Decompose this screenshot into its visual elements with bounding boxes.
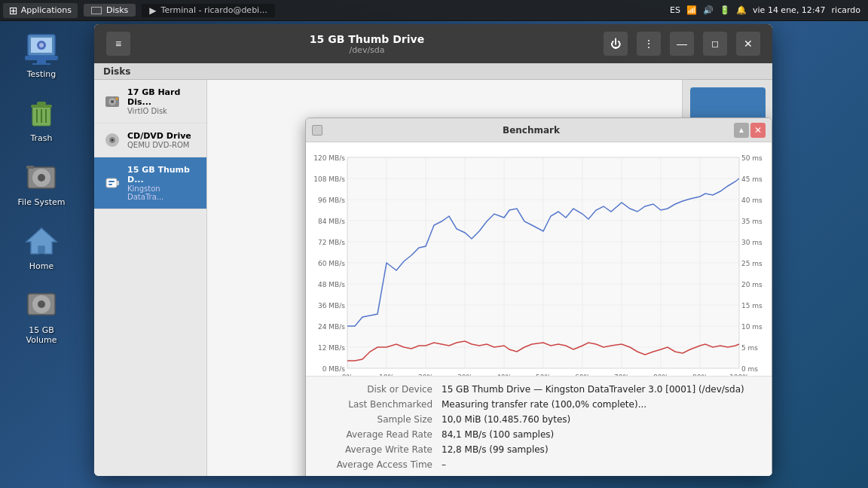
harddisk-sub: VirtIO Disk	[127, 107, 197, 115]
cdrom-name: CD/DVD Drive	[127, 131, 191, 141]
cdrom-icon	[103, 131, 121, 149]
svg-point-24	[111, 100, 114, 103]
svg-rect-29	[106, 178, 117, 188]
last-bench-row: Last Benchmarked Measuring transfer rate…	[321, 399, 756, 410]
avg-write-label: Average Write Rate	[321, 444, 442, 455]
taskbar-disks-label: Disks	[106, 5, 128, 15]
taskbar-right: ES 📶 🔊 🔋 🔔 vie 14 ene, 12:47 ricardo	[670, 5, 868, 15]
disk-device-value: 15 GB Thumb Drive — Kingston DataTravele…	[442, 384, 744, 395]
avg-write-row: Average Write Rate 12,8 MB/s (99 samples…	[321, 444, 756, 455]
svg-text:20 ms: 20 ms	[741, 281, 763, 288]
sidebar-item-cdrom[interactable]: CD/DVD Drive QEMU DVD-ROM	[94, 124, 206, 157]
svg-text:60%: 60%	[575, 374, 590, 376]
filesystem-label: File System	[18, 197, 66, 207]
svg-point-28	[112, 139, 114, 142]
benchmark-title: Benchmark	[329, 125, 734, 136]
thumb-sub: Kingston DataTra...	[127, 185, 197, 201]
disks-more-button[interactable]: ⋮	[637, 32, 661, 56]
disk-device-label: Disk or Device	[321, 384, 442, 395]
home-icon	[23, 222, 60, 258]
disks-header: ≡ 15 GB Thumb Drive /dev/sda ⏻ ⋮ — ◻ ✕	[94, 24, 772, 63]
svg-text:30 ms: 30 ms	[741, 239, 763, 246]
avg-access-label: Average Access Time	[321, 459, 442, 470]
svg-rect-3	[37, 60, 46, 63]
app-menu-button[interactable]: ⊞ Applications	[3, 3, 78, 18]
desktop-icon-trash[interactable]: Trash	[15, 94, 68, 143]
svg-text:25 ms: 25 ms	[741, 260, 763, 267]
benchmark-close-x-button[interactable]: ✕	[750, 123, 766, 138]
svg-text:80%: 80%	[653, 374, 668, 376]
svg-text:0 MB/s: 0 MB/s	[322, 365, 346, 373]
disks-power-button[interactable]: ⏻	[604, 32, 628, 56]
svg-text:45 ms: 45 ms	[741, 175, 763, 183]
svg-text:100%: 100%	[729, 374, 749, 376]
sample-size-row: Sample Size 10,0 MiB (10.485.760 bytes)	[321, 414, 756, 425]
benchmark-info: Disk or Device 15 GB Thumb Drive — Kings…	[306, 377, 772, 476]
last-bench-value: Measuring transfer rate (100,0% complete…	[442, 399, 646, 410]
disks-header-title: 15 GB Thumb Drive /dev/sda	[139, 33, 594, 55]
desktop-icon-home[interactable]: Home	[15, 222, 68, 271]
desktop-icon-testing[interactable]: Testing	[15, 30, 68, 79]
svg-rect-32	[108, 184, 112, 185]
avg-write-value: 12,8 MB/s (99 samples)	[442, 444, 549, 455]
taskbar-disks-window[interactable]: Disks	[84, 4, 136, 17]
username: ricardo	[832, 5, 860, 15]
desktop-icon-filesystem[interactable]: File System	[15, 158, 68, 207]
taskbar-terminal-window[interactable]: ▶ Terminal - ricardo@debi...	[142, 4, 274, 17]
svg-rect-31	[108, 181, 115, 182]
svg-text:36 MB/s: 36 MB/s	[318, 302, 345, 310]
harddisk-name: 17 GB Hard Dis...	[127, 87, 197, 107]
disks-maximize-button[interactable]: ◻	[703, 32, 727, 56]
thumb-text: 15 GB Thumb D... Kingston DataTra...	[127, 165, 197, 201]
network-icon[interactable]: 📶	[686, 5, 697, 15]
disks-drive-subtitle: /dev/sda	[349, 45, 384, 55]
keyboard-layout: ES	[670, 5, 680, 15]
disks-body: 17 GB Hard Dis... VirtIO Disk CD/DVD Dri…	[94, 80, 772, 476]
disks-drive-title: 15 GB Thumb Drive	[310, 33, 424, 45]
filesystem-icon	[23, 158, 60, 194]
disks-menu-button[interactable]: ≡	[106, 32, 130, 56]
benchmark-chart: 120 MB/s 108 MB/s 96 MB/s 84 MB/s 72 MB/…	[313, 150, 766, 376]
svg-text:90%: 90%	[692, 374, 708, 376]
disks-minimize-button[interactable]: —	[670, 32, 694, 56]
svg-text:35 ms: 35 ms	[741, 218, 763, 225]
thumb-icon	[103, 174, 121, 192]
sound-icon[interactable]: 🔊	[703, 5, 714, 15]
testing-icon	[23, 30, 60, 66]
svg-text:48 MB/s: 48 MB/s	[318, 281, 345, 288]
svg-rect-18	[38, 246, 44, 254]
notification-icon[interactable]: 🔔	[736, 5, 747, 15]
svg-text:84 MB/s: 84 MB/s	[318, 218, 345, 225]
thumb-name: 15 GB Thumb D...	[127, 165, 197, 185]
svg-rect-2	[25, 56, 58, 60]
svg-text:120 MB/s: 120 MB/s	[313, 154, 345, 162]
last-bench-label: Last Benchmarked	[321, 399, 442, 410]
benchmark-restore-button[interactable]	[312, 125, 322, 136]
sample-size-value: 10,0 MiB (10.485.760 bytes)	[442, 414, 570, 425]
svg-text:60 MB/s: 60 MB/s	[318, 260, 345, 267]
sidebar-item-thumb[interactable]: 15 GB Thumb D... Kingston DataTra...	[94, 157, 206, 209]
sidebar-item-harddisk[interactable]: 17 GB Hard Dis... VirtIO Disk	[94, 80, 206, 124]
svg-point-15	[38, 174, 45, 181]
disks-close-button[interactable]: ✕	[736, 32, 760, 56]
svg-text:50%: 50%	[536, 374, 551, 376]
app-menu-icon: ⊞	[9, 5, 18, 17]
svg-text:70%: 70%	[614, 374, 629, 376]
svg-text:72 MB/s: 72 MB/s	[318, 239, 345, 246]
avg-read-row: Average Read Rate 84,1 MB/s (100 samples…	[321, 429, 756, 440]
sample-size-label: Sample Size	[321, 414, 442, 425]
chart-area: 120 MB/s 108 MB/s 96 MB/s 84 MB/s 72 MB/…	[306, 142, 772, 377]
terminal-icon: ▶	[149, 5, 156, 16]
trash-icon	[23, 94, 60, 130]
disks-sidebar: 17 GB Hard Dis... VirtIO Disk CD/DVD Dri…	[94, 80, 207, 476]
cdrom-sub: QEMU DVD-ROM	[127, 141, 191, 149]
battery-icon[interactable]: 🔋	[720, 5, 730, 15]
datetime: vie 14 ene, 12:47	[753, 5, 826, 15]
svg-text:12 MB/s: 12 MB/s	[318, 344, 345, 352]
svg-text:30%: 30%	[457, 374, 472, 376]
benchmark-maximize-button[interactable]: ▲	[734, 123, 749, 138]
taskbar: ⊞ Applications Disks ▶ Terminal - ricard…	[0, 0, 868, 21]
volume-label: 15 GBVolume	[26, 325, 57, 345]
desktop-icon-volume[interactable]: 15 GBVolume	[15, 286, 68, 345]
desktop-icons: Testing Trash	[15, 30, 68, 345]
